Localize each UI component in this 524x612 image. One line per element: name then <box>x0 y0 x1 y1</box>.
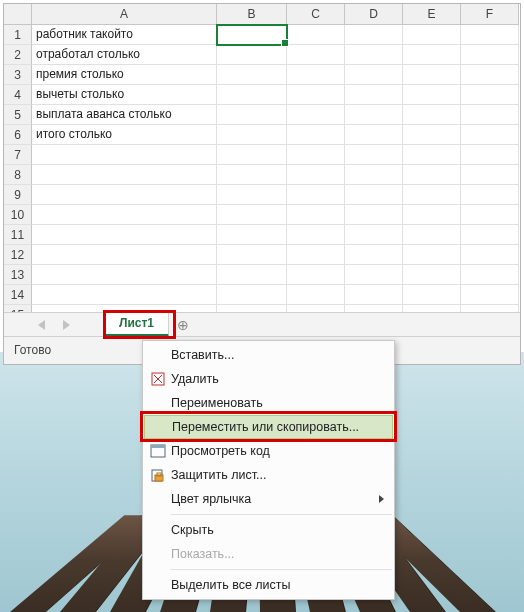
cell[interactable] <box>403 165 461 185</box>
cell[interactable] <box>32 165 217 185</box>
cell[interactable] <box>461 145 519 165</box>
cell[interactable] <box>287 125 345 145</box>
cell[interactable] <box>32 205 217 225</box>
cell[interactable]: отработал столько <box>32 45 217 65</box>
cell[interactable] <box>217 185 287 205</box>
cell[interactable] <box>287 85 345 105</box>
cell[interactable] <box>217 65 287 85</box>
row-header[interactable]: 7 <box>4 145 32 165</box>
cell[interactable] <box>217 105 287 125</box>
cell[interactable] <box>287 25 345 45</box>
cell[interactable] <box>345 45 403 65</box>
menu-select-all-sheets[interactable]: Выделить все листы <box>143 573 394 597</box>
cell[interactable] <box>345 25 403 45</box>
cell[interactable] <box>217 245 287 265</box>
cell[interactable] <box>345 225 403 245</box>
cell[interactable] <box>287 185 345 205</box>
menu-insert[interactable]: Вставить... <box>143 343 394 367</box>
row-header[interactable]: 8 <box>4 165 32 185</box>
add-sheet-button[interactable]: ⊕ <box>169 313 197 337</box>
row-header[interactable]: 13 <box>4 265 32 285</box>
cell[interactable] <box>287 205 345 225</box>
cell[interactable] <box>461 205 519 225</box>
cell[interactable]: итого столько <box>32 125 217 145</box>
menu-move-copy[interactable]: Переместить или скопировать... <box>144 415 393 439</box>
cell[interactable] <box>287 225 345 245</box>
cell[interactable] <box>217 25 287 45</box>
cell[interactable]: выплата аванса столько <box>32 105 217 125</box>
cell[interactable] <box>287 265 345 285</box>
cell[interactable]: премия столько <box>32 65 217 85</box>
spreadsheet-grid[interactable]: ABCDEF 123456789101112131415 работник та… <box>4 4 520 316</box>
cell[interactable] <box>345 125 403 145</box>
row-header[interactable]: 1 <box>4 25 32 45</box>
cell[interactable] <box>461 105 519 125</box>
cell[interactable] <box>461 85 519 105</box>
row-header[interactable]: 2 <box>4 45 32 65</box>
cell[interactable] <box>32 185 217 205</box>
tab-nav-next[interactable] <box>63 320 70 330</box>
cell[interactable] <box>287 105 345 125</box>
cell[interactable] <box>217 125 287 145</box>
menu-delete[interactable]: Удалить <box>143 367 394 391</box>
cell[interactable] <box>32 265 217 285</box>
cell[interactable] <box>345 265 403 285</box>
cell[interactable] <box>403 125 461 145</box>
cell[interactable] <box>217 85 287 105</box>
cell[interactable] <box>461 45 519 65</box>
cell[interactable] <box>32 145 217 165</box>
cell[interactable] <box>403 145 461 165</box>
cell[interactable] <box>32 285 217 305</box>
cell[interactable] <box>461 225 519 245</box>
row-header[interactable]: 4 <box>4 85 32 105</box>
cell[interactable] <box>217 265 287 285</box>
cell[interactable] <box>403 65 461 85</box>
cell[interactable] <box>32 245 217 265</box>
cell[interactable] <box>403 185 461 205</box>
cell[interactable] <box>32 225 217 245</box>
cell[interactable] <box>403 225 461 245</box>
cell[interactable] <box>403 45 461 65</box>
column-header[interactable]: A <box>32 4 217 25</box>
cell[interactable] <box>461 285 519 305</box>
cell[interactable] <box>287 245 345 265</box>
sheet-tab-active[interactable]: Лист1 <box>104 313 169 337</box>
menu-rename[interactable]: Переименовать <box>143 391 394 415</box>
row-header[interactable]: 9 <box>4 185 32 205</box>
tab-nav-prev[interactable] <box>38 320 45 330</box>
column-header[interactable]: D <box>345 4 403 25</box>
cell[interactable] <box>287 285 345 305</box>
cell[interactable] <box>287 165 345 185</box>
cell[interactable] <box>461 185 519 205</box>
cell[interactable] <box>217 165 287 185</box>
cell[interactable] <box>345 285 403 305</box>
cell[interactable] <box>403 25 461 45</box>
menu-view-code[interactable]: Просмотреть код <box>143 439 394 463</box>
cell[interactable] <box>345 85 403 105</box>
menu-hide[interactable]: Скрыть <box>143 518 394 542</box>
cell[interactable] <box>403 85 461 105</box>
cell[interactable] <box>403 285 461 305</box>
cell[interactable] <box>403 105 461 125</box>
cell[interactable] <box>345 245 403 265</box>
cell[interactable] <box>345 185 403 205</box>
cell[interactable] <box>345 205 403 225</box>
column-header[interactable]: F <box>461 4 519 25</box>
cell[interactable] <box>461 65 519 85</box>
cell[interactable] <box>345 105 403 125</box>
cell[interactable] <box>287 145 345 165</box>
cell[interactable] <box>287 45 345 65</box>
cell[interactable] <box>217 45 287 65</box>
cell[interactable] <box>217 205 287 225</box>
cell[interactable] <box>461 125 519 145</box>
column-header[interactable]: C <box>287 4 345 25</box>
cell[interactable] <box>403 245 461 265</box>
cell[interactable] <box>345 65 403 85</box>
row-header[interactable]: 11 <box>4 225 32 245</box>
row-header[interactable]: 5 <box>4 105 32 125</box>
cell[interactable]: работник такойто <box>32 25 217 45</box>
cell[interactable] <box>217 225 287 245</box>
cell[interactable] <box>461 245 519 265</box>
cell[interactable] <box>403 205 461 225</box>
menu-tab-color[interactable]: Цвет ярлычка <box>143 487 394 511</box>
